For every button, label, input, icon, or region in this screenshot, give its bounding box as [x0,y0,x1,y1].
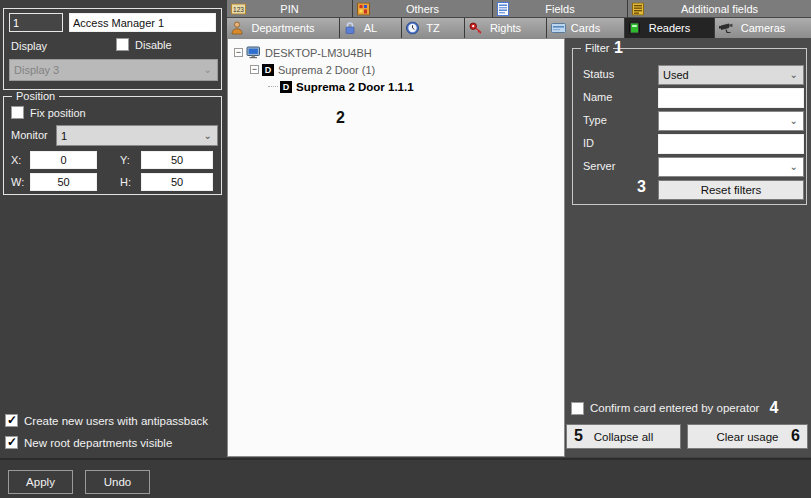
disable-label: Disable [135,39,172,51]
tab-readers[interactable]: Readers [625,18,715,38]
type-label: Type [583,114,607,126]
filter-groupbox: Filter 1 Status Used ⌄ Name Type ⌄ ID Se… [572,48,807,205]
confirm-card-checkbox[interactable] [571,402,584,415]
manager-name-field[interactable] [69,13,216,32]
tree-node-label: Suprema 2 Door (1) [278,64,375,76]
computer-icon [246,46,261,59]
annotation-5: 5 [574,427,583,445]
display-select: Display 3 ⌄ [9,59,218,81]
tab-fields[interactable]: Fields [493,0,628,18]
chevron-down-icon: ⌄ [790,161,798,172]
annotation-1: 1 [614,39,623,57]
chevron-down-icon: ⌄ [790,69,798,80]
reset-filters-button[interactable]: Reset filters [658,180,804,200]
person-icon [231,21,243,35]
display-label: Display [11,40,47,52]
antipassback-checkbox[interactable] [5,414,18,427]
type-select[interactable]: ⌄ [658,111,804,131]
tab-additional-fields[interactable]: Additional fields [628,0,811,18]
annotation-2: 2 [336,109,345,127]
antipassback-label: Create new users with antipassback [24,415,208,427]
monitor-label: Monitor [11,129,48,141]
confirm-card-checkbox-row[interactable]: Confirm card entered by operator 4 [571,399,778,417]
antipassback-checkbox-row[interactable]: Create new users with antipassback [5,414,208,427]
annotation-6: 6 [791,427,800,445]
tab-al[interactable]: AL [340,18,402,38]
manager-groupbox: Display Disable Display 3 ⌄ [3,8,222,90]
clock-icon [406,22,419,35]
card-icon [551,23,566,33]
camera-icon [719,22,735,34]
position-groupbox: Position Fix position Monitor 1 ⌄ X: Y: … [3,96,222,195]
fix-position-checkbox[interactable] [11,106,24,119]
tree-node-door-selected[interactable]: D Suprema 2 Door 1.1.1 [228,78,564,95]
name-label: Name [583,91,612,103]
action-bar: Apply Undo [0,458,811,498]
root-departments-checkbox[interactable] [5,436,18,449]
device-tree-panel: − DESKTOP-LM3U4BH − D Suprema 2 Door (1)… [227,38,565,457]
root-departments-checkbox-row[interactable]: New root departments visible [5,436,172,449]
chevron-down-icon: ⌄ [204,64,212,75]
settings-panel: Display Disable Display 3 ⌄ Position Fix… [0,0,227,458]
collapse-expander-icon[interactable]: − [250,65,259,74]
tree-connector [268,86,278,87]
tab-row-top: 123 PIN Others Fields Additional fields [227,0,811,18]
y-label: Y: [120,154,130,166]
position-group-title: Position [12,90,59,102]
server-label: Server [583,160,615,172]
x-label: X: [11,154,21,166]
tab-cards[interactable]: Cards [547,18,625,38]
tab-others[interactable]: Others [353,0,493,18]
apply-button[interactable]: Apply [8,470,73,494]
pin-123-icon: 123 [231,3,246,14]
server-select[interactable]: ⌄ [658,157,804,177]
tree-node-label: Suprema 2 Door 1.1.1 [296,81,414,93]
door-d-icon: D [262,64,274,76]
additional-fields-icon [632,2,644,15]
tab-tz[interactable]: TZ [402,18,465,38]
fix-position-checkbox-row[interactable]: Fix position [11,106,86,119]
name-filter-field[interactable] [658,88,804,108]
tab-departments[interactable]: Departments [227,18,340,38]
confirm-card-label: Confirm card entered by operator [590,402,759,414]
tree-node-root[interactable]: − DESKTOP-LM3U4BH [228,44,564,61]
reader-icon [629,22,640,35]
key-icon [469,22,483,34]
svg-text:123: 123 [233,5,244,12]
clear-usage-button[interactable]: Clear usage 6 [687,424,808,449]
disable-checkbox[interactable] [116,38,129,51]
h-label: H: [120,176,131,188]
filter-group-title: Filter [581,42,613,54]
others-icon [357,2,370,15]
fields-icon [497,2,509,16]
tab-strip: 123 PIN Others Fields Additional fields [227,0,811,38]
door-d-icon: D [280,81,292,93]
tab-row-bottom: Departments AL TZ Rights Cards [227,18,811,38]
filter-panel: Filter 1 Status Used ⌄ Name Type ⌄ ID Se… [565,38,811,457]
tab-cameras[interactable]: Cameras [715,18,811,38]
fix-position-label: Fix position [30,107,86,119]
w-field[interactable] [30,173,97,191]
monitor-select[interactable]: 1 ⌄ [56,125,218,146]
w-label: W: [11,176,24,188]
id-label: ID [583,137,594,149]
status-select[interactable]: Used ⌄ [658,65,804,85]
y-field[interactable] [141,151,213,169]
h-field[interactable] [141,173,213,191]
tree-node-label: DESKTOP-LM3U4BH [265,47,372,59]
annotation-3: 3 [637,178,646,196]
chevron-down-icon: ⌄ [790,115,798,126]
tree-node-door-group[interactable]: − D Suprema 2 Door (1) [228,61,564,78]
tab-pin[interactable]: 123 PIN [227,0,353,18]
tab-rights[interactable]: Rights [465,18,547,38]
root-departments-label: New root departments visible [24,437,172,449]
manager-id-field[interactable] [9,13,63,32]
x-field[interactable] [30,151,97,169]
status-label: Status [583,68,614,80]
undo-button[interactable]: Undo [85,470,150,494]
disable-checkbox-row[interactable]: Disable [116,38,172,51]
collapse-expander-icon[interactable]: − [234,48,243,57]
id-filter-field[interactable] [658,134,804,154]
collapse-all-button[interactable]: 5 Collapse all [566,424,681,449]
chevron-down-icon: ⌄ [204,129,212,140]
